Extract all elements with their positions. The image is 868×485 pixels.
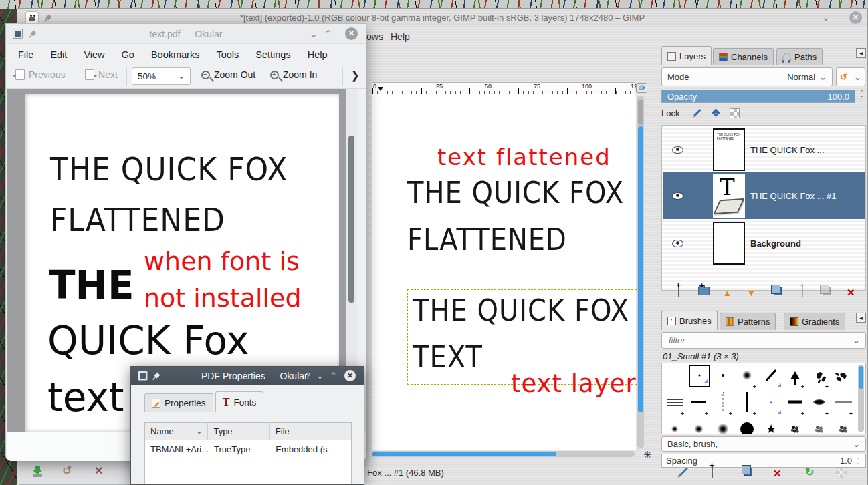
layer-name[interactable]: THE QUICK Fox ... #1: [750, 191, 837, 201]
pin-icon[interactable]: [152, 372, 160, 380]
layer-row-flattened[interactable]: THE QUICK FOX FLATTENED THE QUICK Fox ..…: [663, 127, 865, 172]
edit-brush-button[interactable]: [676, 466, 691, 480]
minimize-button[interactable]: ⌄: [309, 29, 318, 39]
maximize-button[interactable]: ⌃: [330, 371, 337, 380]
zoom-out-button[interactable]: − Zoom Out: [201, 69, 255, 80]
brush-swatch[interactable]: [808, 390, 831, 417]
visibility-eye-icon[interactable]: [672, 192, 683, 200]
layer-mode-combo[interactable]: Mode Normal ⌄: [661, 67, 833, 86]
previous-page-button[interactable]: ◂ Previous: [15, 69, 65, 80]
dock-menu-button[interactable]: ◂: [856, 313, 866, 323]
brush-swatch[interactable]: [687, 390, 710, 417]
save-icon[interactable]: [33, 474, 42, 477]
tab-fonts[interactable]: T Fonts: [215, 391, 263, 412]
brush-swatch[interactable]: ×: [760, 390, 782, 417]
brush-swatch[interactable]: [663, 417, 686, 434]
brush-swatch[interactable]: [808, 363, 831, 390]
menu-view[interactable]: View: [84, 49, 104, 60]
zoom-level-combo[interactable]: 50% ⌄: [132, 67, 191, 85]
brush-swatch[interactable]: [736, 363, 758, 390]
raise-layer-button[interactable]: ▲: [723, 289, 732, 297]
layer-mask-button[interactable]: [819, 285, 834, 299]
zoom-in-button[interactable]: + Zoom In: [270, 69, 317, 80]
opacity-spinner[interactable]: ⌃ ⌄: [857, 90, 866, 97]
tab-paths[interactable]: Paths: [776, 48, 823, 65]
brush-tags-combo[interactable]: Basic, brush, ⌄: [661, 436, 866, 452]
close-icon[interactable]: ✕: [94, 466, 103, 476]
lock-alpha-icon[interactable]: [730, 108, 740, 118]
delete-layer-button[interactable]: ✕: [847, 287, 855, 297]
column-name[interactable]: Name ⌄: [145, 423, 208, 440]
brush-filter-input[interactable]: [667, 333, 853, 348]
refresh-brushes-button[interactable]: ↻: [805, 467, 814, 478]
close-button[interactable]: ✕: [344, 370, 356, 381]
spin-down-icon[interactable]: ⌄: [860, 94, 864, 97]
table-row[interactable]: TBMANL+Ari... TrueType Embedded (s: [145, 440, 351, 458]
brush-swatch[interactable]: [687, 417, 710, 434]
new-layer-button[interactable]: [671, 285, 686, 299]
merge-layer-button[interactable]: [795, 285, 810, 299]
toolbar-overflow-button[interactable]: ❯: [351, 70, 360, 80]
brush-swatch[interactable]: [712, 363, 734, 390]
brush-swatch[interactable]: [663, 390, 686, 417]
canvas-hscroll-thumb[interactable]: [372, 452, 556, 456]
menu-file[interactable]: File: [18, 49, 33, 60]
menu-tools[interactable]: Tools: [216, 49, 239, 60]
gimp-canvas[interactable]: text flattened THE QUICK FOX FLATTENED T…: [372, 94, 636, 450]
visibility-eye-icon[interactable]: [672, 146, 683, 154]
tab-gradients[interactable]: Gradients: [784, 313, 845, 330]
column-file[interactable]: File: [270, 423, 351, 440]
okular-titlebar[interactable]: text.pdf — Okular ⌄ ⌃ ✕: [6, 24, 366, 44]
maximize-button[interactable]: ⌃: [324, 29, 332, 39]
canvas-vertical-scrollbar[interactable]: [637, 96, 644, 448]
menu-bookmarks[interactable]: Bookmarks: [151, 49, 200, 60]
duplicate-layer-button[interactable]: [770, 285, 785, 299]
gimp-menu-windows-fragment[interactable]: ows: [366, 31, 383, 42]
delete-brush-button[interactable]: ✕: [773, 468, 782, 478]
undo-icon[interactable]: ↺: [62, 465, 72, 476]
brush-swatch[interactable]: [784, 417, 806, 434]
brush-spacing-slider[interactable]: Spacing 1.0 ⌃⌄: [661, 454, 866, 468]
dock-menu-button[interactable]: ◂: [856, 48, 866, 58]
brush-swatch[interactable]: [712, 417, 734, 434]
open-brush-as-image-button[interactable]: [836, 467, 847, 478]
lower-layer-button[interactable]: ▼: [747, 289, 756, 297]
layer-thumbnail[interactable]: T: [713, 174, 745, 218]
canvas-horizontal-scrollbar[interactable]: [372, 451, 635, 457]
spacing-spinner[interactable]: ⌃⌄: [855, 458, 861, 464]
menu-help[interactable]: Help: [308, 49, 328, 60]
layer-thumbnail[interactable]: THE QUICK FOX FLATTENED: [713, 128, 745, 171]
lock-move-icon[interactable]: ✥: [712, 107, 720, 119]
brush-swatch[interactable]: [784, 363, 806, 390]
tab-channels[interactable]: Channels: [713, 48, 774, 65]
brush-swatch-selected[interactable]: [687, 365, 710, 391]
tab-properties[interactable]: Properties: [144, 393, 213, 412]
brush-swatch[interactable]: [736, 417, 758, 434]
next-page-button[interactable]: ▸ Next: [85, 69, 118, 80]
brush-swatch[interactable]: [712, 390, 734, 417]
layer-row-background[interactable]: Background: [663, 220, 865, 266]
visibility-eye-icon[interactable]: [672, 240, 683, 247]
layer-row-text-selected[interactable]: T THE QUICK Fox ... #1: [663, 172, 865, 219]
tab-layers[interactable]: Layers: [661, 46, 712, 65]
mode-switch-button[interactable]: ↺ ⌄: [836, 67, 865, 86]
brush-swatch[interactable]: ★: [760, 417, 782, 434]
layer-thumbnail[interactable]: [713, 222, 745, 265]
lock-paint-icon[interactable]: [692, 108, 701, 117]
column-type[interactable]: Type: [208, 423, 269, 440]
gimp-shade-button[interactable]: ⌄: [821, 12, 830, 22]
brush-swatch[interactable]: [736, 390, 758, 417]
brush-scroll-thumb[interactable]: [859, 366, 863, 389]
tab-brushes[interactable]: Brushes: [661, 311, 718, 330]
brush-swatch[interactable]: [832, 363, 855, 390]
brush-grid-scrollbar[interactable]: [858, 365, 864, 432]
duplicate-brush-button[interactable]: [741, 466, 756, 479]
close-button[interactable]: ✕: [345, 27, 358, 40]
canvas-navigation-icon[interactable]: ✳: [643, 450, 652, 460]
layer-name[interactable]: Background: [750, 238, 801, 249]
brush-swatch[interactable]: [832, 390, 855, 417]
layer-name[interactable]: THE QUICK Fox ...: [750, 145, 825, 155]
opacity-slider[interactable]: Opacity 100.0: [661, 90, 855, 103]
canvas-nav-preview-button[interactable]: [636, 83, 647, 93]
new-brush-button[interactable]: [705, 466, 720, 479]
